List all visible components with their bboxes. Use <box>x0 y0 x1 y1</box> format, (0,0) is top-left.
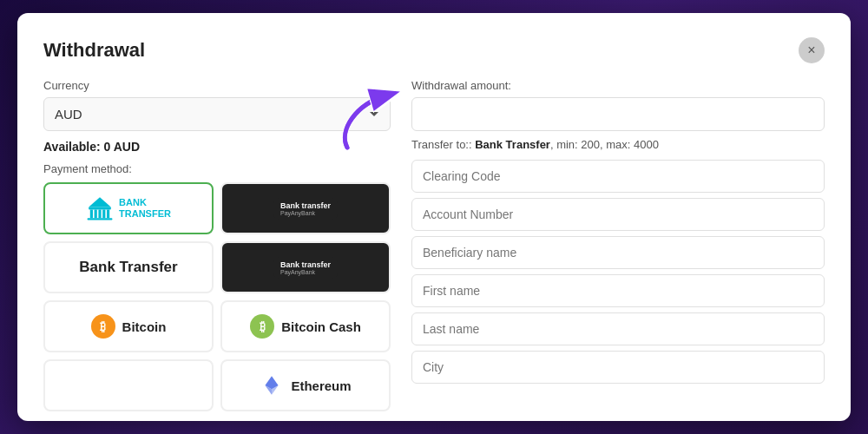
svg-rect-3 <box>98 210 101 219</box>
bank-transfer-plain-label: Bank Transfer <box>79 259 177 276</box>
payment-method-bank-transfer-plain[interactable]: Bank Transfer <box>43 241 214 293</box>
close-button[interactable]: × <box>799 37 825 63</box>
available-balance: Available: 0 AUD <box>43 140 391 154</box>
left-panel: Currency AUD USD EUR Available: 0 AUD Pa… <box>43 79 391 411</box>
bank-transfer-label: BANK TRANSFER <box>119 197 171 220</box>
withdrawal-amount-input[interactable] <box>411 97 825 131</box>
bank-transfer-icon-group: BANK TRANSFER <box>86 194 171 222</box>
currency-label: Currency <box>43 79 391 92</box>
bitcoin-icon: ₿ <box>91 314 115 339</box>
payanybank-badge-2: Bank transfer PayAnyBank <box>273 257 338 279</box>
transfer-info-text: Transfer to:: Bank Transfer, min: 200, m… <box>411 138 659 151</box>
svg-rect-4 <box>102 210 105 219</box>
transfer-info: Transfer to:: Bank Transfer, min: 200, m… <box>411 138 825 151</box>
modal-title: Withdrawal <box>43 39 145 62</box>
bitcoin-group: ₿ Bitcoin <box>91 314 167 339</box>
ethereum-label: Ethereum <box>291 378 351 393</box>
payment-method-bank-transfer-active[interactable]: BANK TRANSFER <box>43 182 214 234</box>
withdrawal-amount-label: Withdrawal amount: <box>411 79 825 92</box>
payment-method-payanybank-1[interactable]: Bank transfer PayAnyBank <box>220 182 391 234</box>
svg-marker-7 <box>89 197 111 207</box>
payment-method-bitcoin[interactable]: ₿ Bitcoin <box>43 300 214 352</box>
withdrawal-modal: Withdrawal × Currency AUD USD EUR Availa… <box>17 13 851 421</box>
svg-rect-6 <box>88 218 113 220</box>
clearing-code-input[interactable] <box>411 160 825 193</box>
svg-rect-0 <box>89 207 111 209</box>
right-panel: Withdrawal amount: Transfer to:: Bank Tr… <box>411 79 825 411</box>
account-number-input[interactable] <box>411 198 825 231</box>
payment-method-payanybank-2[interactable]: Bank transfer PayAnyBank <box>220 241 391 293</box>
ethereum-icon <box>260 373 284 398</box>
bitcoin-cash-icon: ₿ <box>250 314 274 339</box>
modal-body: Currency AUD USD EUR Available: 0 AUD Pa… <box>43 79 825 411</box>
bitcoin-cash-label: Bitcoin Cash <box>281 319 361 334</box>
payanybank-badge-1: Bank transfer PayAnyBank <box>273 198 338 220</box>
first-name-input[interactable] <box>411 274 825 307</box>
payment-method-blank[interactable] <box>43 359 214 411</box>
currency-select[interactable]: AUD USD EUR <box>43 97 391 131</box>
bitcoin-label: Bitcoin <box>122 319 167 334</box>
payment-method-ethereum[interactable]: Ethereum <box>220 359 391 411</box>
svg-rect-5 <box>107 210 109 219</box>
bank-building-icon <box>86 194 114 222</box>
payment-method-label: Payment method: <box>43 162 391 175</box>
last-name-input[interactable] <box>411 312 825 345</box>
payment-method-bitcoin-cash[interactable]: ₿ Bitcoin Cash <box>220 300 391 352</box>
svg-rect-1 <box>90 210 93 219</box>
transfer-method-name: Bank Transfer <box>475 138 550 151</box>
transfer-limits: , min: 200, max: 4000 <box>550 138 659 151</box>
payment-method-grid: BANK TRANSFER Bank transfer PayAnyBank B… <box>43 182 391 411</box>
modal-header: Withdrawal × <box>43 37 825 63</box>
ethereum-group: Ethereum <box>260 373 351 398</box>
bitcoin-cash-group: ₿ Bitcoin Cash <box>250 314 361 339</box>
beneficiary-name-input[interactable] <box>411 236 825 269</box>
eth-diamond-icon <box>260 374 283 397</box>
svg-rect-2 <box>95 210 97 219</box>
city-input[interactable] <box>411 351 825 384</box>
